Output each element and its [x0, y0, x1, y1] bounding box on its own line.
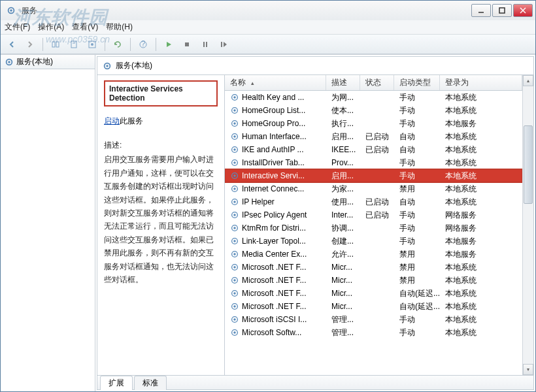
- help-button[interactable]: ?: [136, 37, 150, 52]
- menu-view[interactable]: 查看(V): [72, 22, 98, 33]
- table-row[interactable]: Human Interface...启用...已启动自动本地系统: [225, 130, 522, 143]
- cell-logon: 网络服务: [440, 223, 522, 234]
- table-row[interactable]: HomeGroup Pro...执行...手动本地服务: [225, 117, 522, 130]
- cell-desc: 使本...: [326, 105, 360, 116]
- scroll-up-button[interactable]: ▴: [523, 75, 533, 86]
- svg-point-37: [233, 188, 236, 190]
- cell-name: Microsoft .NET F...: [225, 289, 326, 298]
- cell-logon: 本地服务: [440, 236, 522, 247]
- table-row[interactable]: IPsec Policy AgentInter...已启动手动网络服务: [225, 208, 522, 221]
- detail-service-name: Interactive Services Detection: [109, 84, 212, 103]
- svg-point-25: [233, 109, 236, 112]
- cell-name: IP Helper: [225, 197, 326, 206]
- table-row[interactable]: Link-Layer Topol...创建...手动本地服务: [225, 235, 522, 248]
- column-name[interactable]: 名称: [225, 75, 326, 90]
- services-icon: [103, 61, 112, 71]
- table-row[interactable]: KtmRm for Distri...协调...手动网络服务: [225, 221, 522, 235]
- svg-point-55: [233, 305, 236, 308]
- table-row[interactable]: HomeGroup List...使本...手动本地系统: [225, 104, 522, 117]
- main-heading-bar: 服务(本地): [97, 57, 533, 75]
- scroll-down-button[interactable]: ▾: [523, 364, 533, 375]
- tab-extended[interactable]: 扩展: [100, 376, 133, 390]
- scroll-thumb[interactable]: [524, 125, 533, 204]
- svg-rect-7: [56, 42, 59, 47]
- table-row[interactable]: Microsoft Softw...管理...手动本地系统: [225, 326, 522, 339]
- cell-desc: 使用...: [326, 197, 360, 208]
- start-service-button[interactable]: [161, 37, 176, 52]
- svg-point-43: [233, 227, 236, 229]
- cell-logon: 网络服务: [440, 210, 522, 221]
- cell-startup: 自动: [394, 144, 440, 155]
- table-row[interactable]: Microsoft .NET F...Micr...自动(延迟...本地系统: [225, 300, 522, 313]
- detail-pane: Interactive Services Detection 启动此服务 描述:…: [97, 75, 225, 375]
- cell-desc: 管理...: [326, 314, 360, 325]
- cell-name: IKE and AuthIP ...: [225, 145, 326, 154]
- svg-point-51: [233, 279, 236, 282]
- svg-point-53: [233, 292, 236, 295]
- main-pane: 服务(本地) Interactive Services Detection 启动…: [97, 56, 534, 390]
- pause-service-button[interactable]: [198, 37, 212, 52]
- description-text: 启用交互服务需要用户输入时进行用户通知，这样，便可以在交互服务创建的对话框出现时…: [104, 153, 218, 286]
- svg-point-31: [233, 148, 236, 151]
- cell-desc: Micr...: [326, 302, 360, 311]
- table-row[interactable]: Interactive Servi...启用...手动本地系统: [225, 169, 522, 182]
- cell-name: Internet Connec...: [225, 184, 326, 193]
- table-row[interactable]: Media Center Ex...允许...禁用本地服务: [225, 248, 522, 261]
- column-startup[interactable]: 启动类型: [394, 75, 440, 90]
- list-pane: 名称 描述 状态 启动类型 登录为 Health Key and ...为网..…: [225, 75, 533, 375]
- svg-point-33: [233, 161, 236, 164]
- column-status[interactable]: 状态: [360, 75, 394, 90]
- scroll-track[interactable]: [523, 86, 533, 364]
- column-description[interactable]: 描述: [326, 75, 360, 90]
- refresh-button[interactable]: [110, 37, 125, 52]
- cell-status: 已启动: [360, 197, 394, 208]
- table-row[interactable]: InstallDriver Tab...Prov...手动本地系统: [225, 156, 522, 169]
- table-row[interactable]: IKE and AuthIP ...IKEE...已启动自动本地系统: [225, 143, 522, 156]
- tab-standard[interactable]: 标准: [134, 376, 167, 390]
- svg-rect-14: [185, 42, 189, 46]
- properties-button[interactable]: [85, 37, 99, 52]
- maximize-button[interactable]: [492, 4, 512, 17]
- table-row[interactable]: Microsoft .NET F...Micr...禁用本地系统: [225, 274, 522, 287]
- close-button[interactable]: [513, 4, 533, 17]
- cell-logon: 本地系统: [440, 184, 522, 195]
- vertical-scrollbar[interactable]: ▴ ▾: [522, 75, 533, 375]
- svg-point-29: [233, 135, 236, 138]
- menu-file[interactable]: 文件(F): [5, 22, 30, 33]
- table-row[interactable]: Microsoft .NET F...Micr...禁用本地系统: [225, 261, 522, 274]
- export-button[interactable]: [67, 37, 81, 52]
- show-hide-button[interactable]: [48, 37, 63, 52]
- cell-startup: 手动: [394, 223, 440, 234]
- cell-startup: 自动: [394, 131, 440, 142]
- minimize-button[interactable]: [471, 4, 491, 17]
- menu-action[interactable]: 操作(A): [38, 22, 64, 33]
- nav-root-label: 服务(本地): [16, 56, 53, 67]
- window-title: 服务: [19, 5, 470, 16]
- forward-button[interactable]: [23, 37, 37, 52]
- cell-startup: 手动: [394, 327, 440, 338]
- svg-point-45: [233, 240, 236, 242]
- svg-point-23: [233, 96, 236, 99]
- cell-name: KtmRm for Distri...: [225, 223, 326, 233]
- footer-tabs: 扩展 标准: [97, 375, 533, 389]
- cell-name: Human Interface...: [225, 132, 326, 141]
- back-button[interactable]: [5, 37, 19, 52]
- table-row[interactable]: IP Helper使用...已启动自动本地系统: [225, 195, 522, 208]
- column-logon[interactable]: 登录为: [440, 75, 522, 90]
- svg-point-49: [233, 266, 236, 269]
- restart-service-button[interactable]: [216, 37, 231, 52]
- cell-desc: Inter...: [326, 210, 360, 220]
- table-row[interactable]: Microsoft .NET F...Micr...自动(延迟...本地系统: [225, 287, 522, 300]
- menu-help[interactable]: 帮助(H): [106, 22, 133, 33]
- start-service-link[interactable]: 启动: [104, 116, 120, 125]
- svg-point-57: [233, 318, 236, 321]
- cell-startup: 自动(延迟...: [394, 301, 440, 312]
- start-service-link-row: 启动此服务: [104, 116, 218, 127]
- titlebar[interactable]: 服务: [1, 1, 535, 20]
- service-rows: Health Key and ...为网...手动本地系统HomeGroup L…: [225, 91, 522, 375]
- table-row[interactable]: Microsoft iSCSI I...管理...手动本地系统: [225, 313, 522, 326]
- stop-service-button[interactable]: [180, 37, 194, 52]
- nav-root-node[interactable]: 服务(本地): [1, 55, 95, 69]
- table-row[interactable]: Internet Connec...为家...禁用本地系统: [225, 182, 522, 195]
- table-row[interactable]: Health Key and ...为网...手动本地系统: [225, 91, 522, 104]
